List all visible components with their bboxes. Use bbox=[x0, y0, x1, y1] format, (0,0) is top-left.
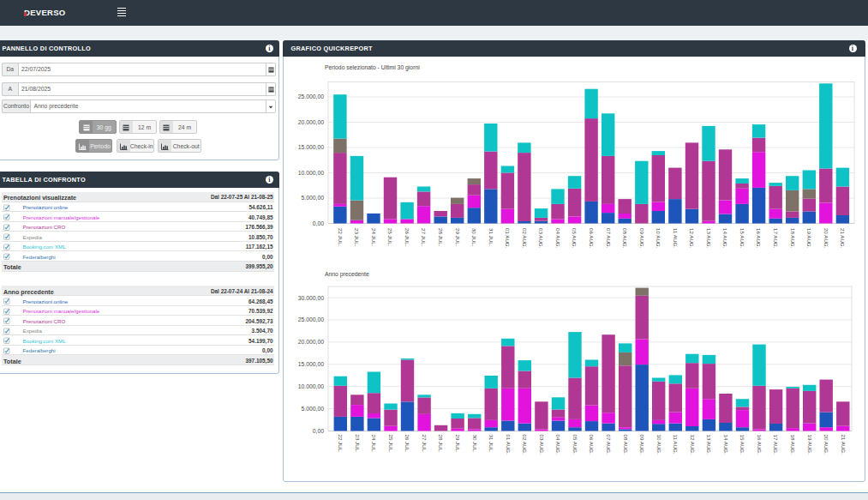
svg-text:18 AUG.: 18 AUG. bbox=[790, 228, 796, 249]
svg-text:30 JUL.: 30 JUL. bbox=[472, 435, 478, 454]
svg-text:17 AUG.: 17 AUG. bbox=[773, 228, 779, 249]
svg-text:20.000,00: 20.000,00 bbox=[298, 119, 324, 125]
svg-text:0,00: 0,00 bbox=[313, 220, 324, 226]
svg-text:18 AUG.: 18 AUG. bbox=[790, 435, 796, 455]
svg-text:10.000,00: 10.000,00 bbox=[298, 383, 324, 389]
svg-text:16 AUG.: 16 AUG. bbox=[757, 435, 763, 455]
svg-text:15.000,00: 15.000,00 bbox=[298, 144, 324, 150]
svg-text:5.000,00: 5.000,00 bbox=[302, 406, 325, 412]
svg-text:23 JUL.: 23 JUL. bbox=[355, 435, 361, 454]
svg-text:04 AUG.: 04 AUG. bbox=[555, 435, 561, 455]
svg-text:14 AUG.: 14 AUG. bbox=[723, 435, 729, 455]
svg-text:09 AUG.: 09 AUG. bbox=[639, 228, 645, 249]
svg-text:21 AUG.: 21 AUG. bbox=[841, 435, 847, 455]
svg-text:24 JUL.: 24 JUL. bbox=[371, 435, 377, 454]
svg-text:05 AUG.: 05 AUG. bbox=[572, 228, 578, 249]
svg-text:23 JUL.: 23 JUL. bbox=[354, 228, 360, 247]
svg-text:30.000,00: 30.000,00 bbox=[298, 295, 324, 301]
svg-text:01 AUG.: 01 AUG. bbox=[506, 435, 512, 455]
svg-text:19 AUG.: 19 AUG. bbox=[806, 228, 812, 249]
svg-text:07 AUG.: 07 AUG. bbox=[606, 228, 612, 249]
svg-text:27 JUL.: 27 JUL. bbox=[422, 435, 428, 454]
svg-text:29 JUL.: 29 JUL. bbox=[455, 435, 461, 454]
svg-text:10 AUG.: 10 AUG. bbox=[656, 435, 662, 455]
svg-text:29 JUL.: 29 JUL. bbox=[455, 228, 461, 247]
svg-text:15.000,00: 15.000,00 bbox=[298, 361, 324, 367]
svg-text:05 AUG.: 05 AUG. bbox=[572, 435, 578, 455]
svg-text:22 JUL.: 22 JUL. bbox=[338, 228, 344, 247]
svg-text:13 AUG.: 13 AUG. bbox=[706, 435, 712, 455]
svg-text:20 AUG.: 20 AUG. bbox=[823, 435, 829, 455]
svg-text:15 AUG.: 15 AUG. bbox=[739, 435, 745, 455]
svg-text:15 AUG.: 15 AUG. bbox=[739, 228, 745, 249]
svg-text:02 AUG.: 02 AUG. bbox=[522, 435, 528, 455]
svg-text:12 AUG.: 12 AUG. bbox=[689, 228, 695, 249]
svg-text:01 AUG.: 01 AUG. bbox=[505, 228, 511, 249]
svg-text:14 AUG.: 14 AUG. bbox=[722, 228, 728, 249]
svg-text:19 AUG.: 19 AUG. bbox=[807, 435, 813, 455]
svg-text:26 JUL.: 26 JUL. bbox=[404, 435, 410, 454]
svg-text:06 AUG.: 06 AUG. bbox=[589, 435, 595, 455]
svg-text:12 AUG.: 12 AUG. bbox=[690, 435, 696, 455]
svg-text:17 AUG.: 17 AUG. bbox=[773, 435, 779, 455]
svg-text:24 JUL.: 24 JUL. bbox=[371, 228, 377, 247]
svg-text:08 AUG.: 08 AUG. bbox=[622, 228, 628, 249]
svg-text:11 AUG.: 11 AUG. bbox=[673, 435, 679, 455]
svg-text:22 JUL.: 22 JUL. bbox=[338, 435, 344, 454]
svg-text:30 JUL.: 30 JUL. bbox=[471, 228, 477, 247]
svg-text:25.000,00: 25.000,00 bbox=[298, 93, 324, 99]
svg-text:02 AUG.: 02 AUG. bbox=[522, 228, 528, 249]
svg-text:21 AUG.: 21 AUG. bbox=[840, 228, 846, 249]
svg-text:0,00: 0,00 bbox=[313, 428, 324, 434]
svg-text:16 AUG.: 16 AUG. bbox=[756, 228, 762, 249]
svg-text:25 JUL.: 25 JUL. bbox=[388, 435, 394, 454]
svg-text:25 JUL.: 25 JUL. bbox=[387, 228, 393, 247]
svg-text:20 AUG.: 20 AUG. bbox=[823, 228, 829, 249]
svg-text:28 JUL.: 28 JUL. bbox=[438, 435, 444, 454]
svg-text:04 AUG.: 04 AUG. bbox=[555, 228, 561, 249]
svg-text:31 JUL.: 31 JUL. bbox=[488, 228, 494, 247]
svg-text:03 AUG.: 03 AUG. bbox=[539, 435, 545, 455]
svg-text:27 JUL.: 27 JUL. bbox=[421, 228, 427, 247]
svg-text:31 JUL.: 31 JUL. bbox=[488, 435, 494, 454]
svg-text:26 JUL.: 26 JUL. bbox=[404, 228, 410, 247]
svg-text:20.000,00: 20.000,00 bbox=[298, 339, 324, 345]
svg-text:5.000,00: 5.000,00 bbox=[302, 195, 325, 201]
svg-text:07 AUG.: 07 AUG. bbox=[606, 435, 612, 455]
svg-text:25.000,00: 25.000,00 bbox=[298, 316, 324, 322]
svg-text:09 AUG.: 09 AUG. bbox=[639, 435, 645, 455]
svg-text:03 AUG.: 03 AUG. bbox=[538, 228, 544, 249]
svg-text:06 AUG.: 06 AUG. bbox=[589, 228, 595, 249]
svg-text:11 AUG.: 11 AUG. bbox=[673, 228, 679, 248]
svg-text:10 AUG.: 10 AUG. bbox=[655, 228, 661, 249]
svg-text:28 JUL.: 28 JUL. bbox=[438, 228, 444, 247]
svg-text:13 AUG.: 13 AUG. bbox=[706, 228, 712, 249]
svg-text:08 AUG.: 08 AUG. bbox=[623, 435, 629, 455]
svg-text:10.000,00: 10.000,00 bbox=[298, 170, 324, 176]
